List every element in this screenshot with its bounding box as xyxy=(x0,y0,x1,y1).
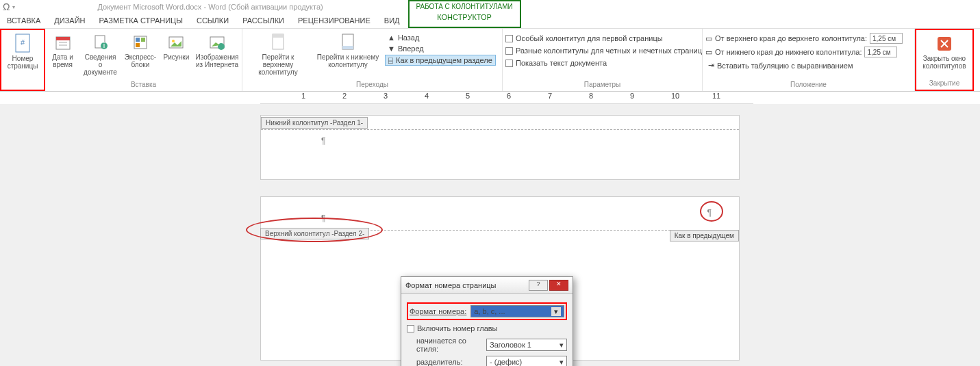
highlight-oval-pilcrow xyxy=(700,201,723,222)
separator-combo: - (дефис)▾ xyxy=(486,356,567,366)
picture-icon xyxy=(166,33,186,52)
footer-from-bottom-input[interactable]: 1,25 см xyxy=(864,47,897,57)
tab-insert[interactable]: ВСТАВКА xyxy=(0,14,47,28)
show-doc-checkbox[interactable]: Показать текст документа xyxy=(505,59,702,67)
group-label-insert: Вставка xyxy=(48,79,239,90)
tab-design[interactable]: ДИЗАЙН xyxy=(47,14,92,28)
tab-view[interactable]: ВИД xyxy=(377,14,407,28)
close-icon xyxy=(935,34,954,53)
tab-layout[interactable]: РАЗМЕТКА СТРАНИЦЫ xyxy=(92,14,190,28)
nav-back-button[interactable]: ▲Назад xyxy=(385,33,496,42)
tab-constructor[interactable]: КОНСТРУКТОР xyxy=(410,12,520,23)
calendar-icon xyxy=(53,33,73,52)
omega-icon: Ω xyxy=(3,1,10,12)
online-pictures-button[interactable]: Изображения из Интернета xyxy=(195,31,239,70)
svg-text:i: i xyxy=(103,41,104,49)
nav-forward-button[interactable]: ▼Вперед xyxy=(385,44,496,53)
page-number-icon: # xyxy=(13,34,32,53)
window-title: Документ Microsoft Word.docx - Word (Сбо… xyxy=(97,3,323,11)
goto-footer-button[interactable]: Перейти к нижнему колонтитулу xyxy=(315,31,381,70)
group-label-position: Положение xyxy=(705,79,912,90)
footer-from-bottom-row: ▭От нижнего края до нижнего колонтитула:… xyxy=(705,47,903,57)
chapter-style-combo: Заголовок 1▾ xyxy=(486,339,567,351)
svg-rect-11 xyxy=(141,38,145,42)
context-tab-title: РАБОТА С КОЛОНТИТУЛАМИ xyxy=(410,1,520,12)
same-as-previous-tag: Как в предыдущем xyxy=(670,230,739,241)
pilcrow-icon: ¶ xyxy=(321,136,325,146)
link-previous-button[interactable]: ⌸Как в предыдущем разделе xyxy=(385,55,496,66)
first-page-checkbox[interactable]: Особый колонтитул для первой страницы xyxy=(505,34,702,42)
date-time-button[interactable]: Дата и время xyxy=(48,31,77,70)
dialog-close-button[interactable]: ✕ xyxy=(549,280,568,291)
quick-parts-icon xyxy=(131,33,150,52)
svg-point-16 xyxy=(218,43,225,50)
page-number-button[interactable]: # Номер страницы xyxy=(4,33,41,71)
dropdown-icon: ▾ xyxy=(560,358,564,367)
page-1: Нижний колонтитул -Раздел 1- ¶ xyxy=(260,115,740,180)
online-picture-icon xyxy=(208,33,227,52)
context-tab-headerfooter: РАБОТА С КОЛОНТИТУЛАМИ КОНСТРУКТОР xyxy=(408,0,521,28)
svg-rect-10 xyxy=(136,38,140,42)
group-label-nav: Переходы xyxy=(245,79,499,90)
page-number-format-dialog: Формат номера страницы ? ✕ Формат номера… xyxy=(401,276,573,366)
header-dist-icon: ▭ xyxy=(705,34,712,43)
highlight-oval-header-tag xyxy=(246,218,383,242)
link-icon: ⌸ xyxy=(388,56,393,64)
svg-rect-3 xyxy=(56,37,70,40)
odd-even-checkbox[interactable]: Разные колонтитулы для четных и нечетных… xyxy=(505,47,702,55)
dropdown-icon: ▾ xyxy=(551,307,561,316)
header-from-top-input[interactable]: 1,25 см xyxy=(870,33,903,44)
ribbon-tabs: ВСТАВКА ДИЗАЙН РАЗМЕТКА СТРАНИЦЫ ССЫЛКИ … xyxy=(0,14,980,29)
goto-header-icon xyxy=(268,33,288,52)
header-from-top-row: ▭От верхнего края до верхнего колонтитул… xyxy=(705,33,903,44)
pictures-button[interactable]: Рисунки xyxy=(162,31,191,62)
dropdown-icon: ▾ xyxy=(560,341,564,350)
arrow-down-icon: ▼ xyxy=(388,44,395,53)
doc-info-button[interactable]: i Сведения о документе xyxy=(81,31,119,77)
close-header-footer-button[interactable]: Закрыть окно колонтитулов xyxy=(919,33,970,71)
format-label: Формат номера: xyxy=(410,307,466,315)
footer-dist-icon: ▭ xyxy=(705,48,712,57)
group-label-options: Параметры xyxy=(505,79,699,90)
document-info-icon: i xyxy=(91,33,110,52)
svg-text:#: # xyxy=(21,38,25,47)
tab-review[interactable]: РЕЦЕНЗИРОВАНИЕ xyxy=(291,14,377,28)
svg-rect-18 xyxy=(273,34,284,38)
dialog-title: Формат номера страницы xyxy=(405,281,497,289)
dialog-help-button[interactable]: ? xyxy=(529,280,548,291)
svg-rect-20 xyxy=(342,46,353,49)
goto-footer-icon xyxy=(338,33,357,52)
tab-mailings[interactable]: РАССЫЛКИ xyxy=(236,14,291,28)
arrow-up-icon: ▲ xyxy=(388,34,395,42)
group-label-close: Закрытие xyxy=(919,78,970,88)
dropdown-icon[interactable]: ▾ xyxy=(12,4,15,10)
goto-header-button[interactable]: Перейти к верхнему колонтитулу xyxy=(245,31,311,77)
tab-references[interactable]: ССЫЛКИ xyxy=(190,14,236,28)
horizontal-ruler[interactable]: 1234567891011 xyxy=(260,92,753,104)
svg-point-14 xyxy=(172,40,175,42)
quick-parts-button[interactable]: Экспресс-блоки xyxy=(123,31,158,70)
number-format-combo[interactable]: a, b, c, ...▾ xyxy=(470,305,564,317)
include-chapter-checkbox[interactable]: Включить номер главы xyxy=(407,324,567,332)
footer-section-tag: Нижний колонтитул -Раздел 1- xyxy=(261,117,368,129)
svg-rect-12 xyxy=(136,43,140,47)
tab-icon: ⇥ xyxy=(708,61,714,70)
insert-alignment-tab-button[interactable]: ⇥Вставить табуляцию с выравниванием xyxy=(705,60,903,70)
